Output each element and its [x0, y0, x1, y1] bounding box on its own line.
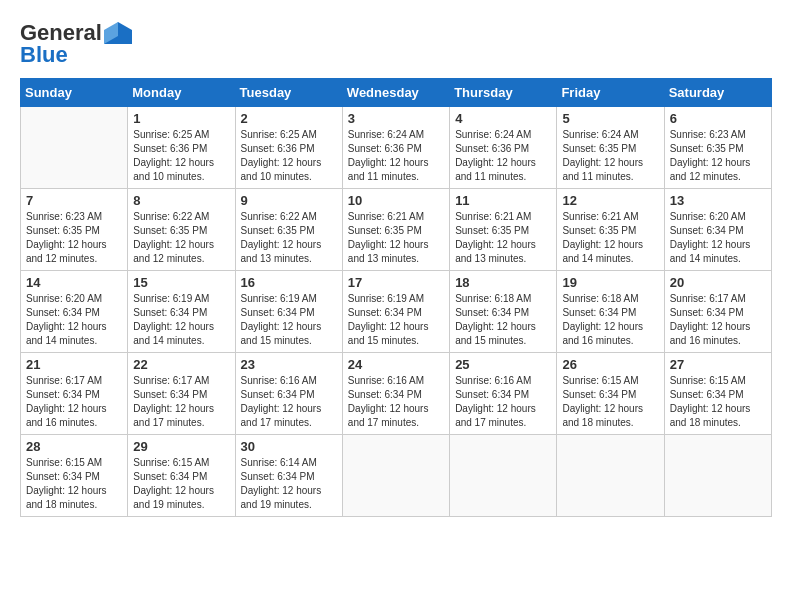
day-number: 26: [562, 357, 658, 372]
day-header: Friday: [557, 79, 664, 107]
calendar-cell: 13 Sunrise: 6:20 AMSunset: 6:34 PMDaylig…: [664, 189, 771, 271]
day-number: 25: [455, 357, 551, 372]
calendar-cell: 25 Sunrise: 6:16 AMSunset: 6:34 PMDaylig…: [450, 353, 557, 435]
calendar-header-row: SundayMondayTuesdayWednesdayThursdayFrid…: [21, 79, 772, 107]
day-number: 14: [26, 275, 122, 290]
cell-info: Sunrise: 6:16 AMSunset: 6:34 PMDaylight:…: [348, 374, 444, 430]
day-number: 11: [455, 193, 551, 208]
logo-icon: [104, 22, 132, 44]
cell-info: Sunrise: 6:17 AMSunset: 6:34 PMDaylight:…: [670, 292, 766, 348]
calendar-cell: 16 Sunrise: 6:19 AMSunset: 6:34 PMDaylig…: [235, 271, 342, 353]
day-number: 21: [26, 357, 122, 372]
cell-info: Sunrise: 6:19 AMSunset: 6:34 PMDaylight:…: [133, 292, 229, 348]
calendar-cell: 11 Sunrise: 6:21 AMSunset: 6:35 PMDaylig…: [450, 189, 557, 271]
calendar-cell: 12 Sunrise: 6:21 AMSunset: 6:35 PMDaylig…: [557, 189, 664, 271]
calendar-cell: 23 Sunrise: 6:16 AMSunset: 6:34 PMDaylig…: [235, 353, 342, 435]
calendar-cell: 5 Sunrise: 6:24 AMSunset: 6:35 PMDayligh…: [557, 107, 664, 189]
calendar-week-row: 7 Sunrise: 6:23 AMSunset: 6:35 PMDayligh…: [21, 189, 772, 271]
cell-info: Sunrise: 6:15 AMSunset: 6:34 PMDaylight:…: [133, 456, 229, 512]
calendar-cell: [342, 435, 449, 517]
cell-info: Sunrise: 6:15 AMSunset: 6:34 PMDaylight:…: [562, 374, 658, 430]
day-header: Wednesday: [342, 79, 449, 107]
calendar-week-row: 14 Sunrise: 6:20 AMSunset: 6:34 PMDaylig…: [21, 271, 772, 353]
calendar-cell: [664, 435, 771, 517]
cell-info: Sunrise: 6:20 AMSunset: 6:34 PMDaylight:…: [670, 210, 766, 266]
calendar-cell: 30 Sunrise: 6:14 AMSunset: 6:34 PMDaylig…: [235, 435, 342, 517]
day-number: 23: [241, 357, 337, 372]
day-number: 2: [241, 111, 337, 126]
day-number: 13: [670, 193, 766, 208]
cell-info: Sunrise: 6:23 AMSunset: 6:35 PMDaylight:…: [26, 210, 122, 266]
day-number: 24: [348, 357, 444, 372]
calendar-cell: 26 Sunrise: 6:15 AMSunset: 6:34 PMDaylig…: [557, 353, 664, 435]
cell-info: Sunrise: 6:22 AMSunset: 6:35 PMDaylight:…: [241, 210, 337, 266]
calendar-cell: 1 Sunrise: 6:25 AMSunset: 6:36 PMDayligh…: [128, 107, 235, 189]
logo-blue: Blue: [20, 42, 68, 68]
calendar-cell: 27 Sunrise: 6:15 AMSunset: 6:34 PMDaylig…: [664, 353, 771, 435]
calendar-cell: 15 Sunrise: 6:19 AMSunset: 6:34 PMDaylig…: [128, 271, 235, 353]
calendar-cell: [557, 435, 664, 517]
calendar-cell: 4 Sunrise: 6:24 AMSunset: 6:36 PMDayligh…: [450, 107, 557, 189]
cell-info: Sunrise: 6:20 AMSunset: 6:34 PMDaylight:…: [26, 292, 122, 348]
day-number: 17: [348, 275, 444, 290]
day-header: Tuesday: [235, 79, 342, 107]
day-number: 5: [562, 111, 658, 126]
cell-info: Sunrise: 6:21 AMSunset: 6:35 PMDaylight:…: [348, 210, 444, 266]
day-number: 28: [26, 439, 122, 454]
logo: General Blue: [20, 20, 132, 68]
day-number: 7: [26, 193, 122, 208]
calendar-cell: 18 Sunrise: 6:18 AMSunset: 6:34 PMDaylig…: [450, 271, 557, 353]
day-number: 6: [670, 111, 766, 126]
day-number: 19: [562, 275, 658, 290]
calendar-cell: 19 Sunrise: 6:18 AMSunset: 6:34 PMDaylig…: [557, 271, 664, 353]
cell-info: Sunrise: 6:16 AMSunset: 6:34 PMDaylight:…: [241, 374, 337, 430]
day-number: 16: [241, 275, 337, 290]
day-number: 15: [133, 275, 229, 290]
calendar-cell: 6 Sunrise: 6:23 AMSunset: 6:35 PMDayligh…: [664, 107, 771, 189]
calendar-cell: [450, 435, 557, 517]
calendar-cell: 22 Sunrise: 6:17 AMSunset: 6:34 PMDaylig…: [128, 353, 235, 435]
cell-info: Sunrise: 6:18 AMSunset: 6:34 PMDaylight:…: [455, 292, 551, 348]
cell-info: Sunrise: 6:22 AMSunset: 6:35 PMDaylight:…: [133, 210, 229, 266]
calendar-cell: 14 Sunrise: 6:20 AMSunset: 6:34 PMDaylig…: [21, 271, 128, 353]
day-number: 10: [348, 193, 444, 208]
calendar-week-row: 28 Sunrise: 6:15 AMSunset: 6:34 PMDaylig…: [21, 435, 772, 517]
calendar-cell: 17 Sunrise: 6:19 AMSunset: 6:34 PMDaylig…: [342, 271, 449, 353]
day-number: 20: [670, 275, 766, 290]
calendar-cell: 28 Sunrise: 6:15 AMSunset: 6:34 PMDaylig…: [21, 435, 128, 517]
cell-info: Sunrise: 6:19 AMSunset: 6:34 PMDaylight:…: [241, 292, 337, 348]
calendar-cell: [21, 107, 128, 189]
cell-info: Sunrise: 6:17 AMSunset: 6:34 PMDaylight:…: [26, 374, 122, 430]
cell-info: Sunrise: 6:15 AMSunset: 6:34 PMDaylight:…: [26, 456, 122, 512]
calendar-week-row: 21 Sunrise: 6:17 AMSunset: 6:34 PMDaylig…: [21, 353, 772, 435]
cell-info: Sunrise: 6:25 AMSunset: 6:36 PMDaylight:…: [241, 128, 337, 184]
calendar-cell: 9 Sunrise: 6:22 AMSunset: 6:35 PMDayligh…: [235, 189, 342, 271]
calendar-cell: 2 Sunrise: 6:25 AMSunset: 6:36 PMDayligh…: [235, 107, 342, 189]
day-number: 22: [133, 357, 229, 372]
cell-info: Sunrise: 6:14 AMSunset: 6:34 PMDaylight:…: [241, 456, 337, 512]
calendar-table: SundayMondayTuesdayWednesdayThursdayFrid…: [20, 78, 772, 517]
day-number: 29: [133, 439, 229, 454]
cell-info: Sunrise: 6:24 AMSunset: 6:36 PMDaylight:…: [348, 128, 444, 184]
calendar-week-row: 1 Sunrise: 6:25 AMSunset: 6:36 PMDayligh…: [21, 107, 772, 189]
day-header: Saturday: [664, 79, 771, 107]
cell-info: Sunrise: 6:21 AMSunset: 6:35 PMDaylight:…: [455, 210, 551, 266]
calendar-cell: 10 Sunrise: 6:21 AMSunset: 6:35 PMDaylig…: [342, 189, 449, 271]
calendar-cell: 8 Sunrise: 6:22 AMSunset: 6:35 PMDayligh…: [128, 189, 235, 271]
day-header: Thursday: [450, 79, 557, 107]
day-number: 18: [455, 275, 551, 290]
calendar-cell: 20 Sunrise: 6:17 AMSunset: 6:34 PMDaylig…: [664, 271, 771, 353]
day-header: Sunday: [21, 79, 128, 107]
day-number: 3: [348, 111, 444, 126]
day-number: 12: [562, 193, 658, 208]
calendar-cell: 24 Sunrise: 6:16 AMSunset: 6:34 PMDaylig…: [342, 353, 449, 435]
cell-info: Sunrise: 6:23 AMSunset: 6:35 PMDaylight:…: [670, 128, 766, 184]
day-number: 8: [133, 193, 229, 208]
page-header: General Blue: [20, 20, 772, 68]
cell-info: Sunrise: 6:17 AMSunset: 6:34 PMDaylight:…: [133, 374, 229, 430]
calendar-cell: 3 Sunrise: 6:24 AMSunset: 6:36 PMDayligh…: [342, 107, 449, 189]
day-number: 30: [241, 439, 337, 454]
cell-info: Sunrise: 6:24 AMSunset: 6:36 PMDaylight:…: [455, 128, 551, 184]
day-number: 9: [241, 193, 337, 208]
day-number: 4: [455, 111, 551, 126]
